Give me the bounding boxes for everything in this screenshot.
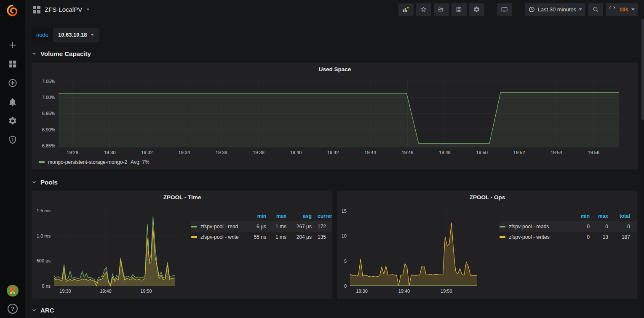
cell-total: 187: [608, 234, 630, 240]
node-variable-dropdown[interactable]: node 10.63.10.18: [32, 28, 99, 42]
legend-row: zfspv-pool - read 6 µs 1 ms 267 µs 172: [191, 221, 332, 232]
svg-text:15: 15: [342, 208, 347, 214]
zpool-time-panel-title[interactable]: ZPOOL - Time: [32, 191, 332, 203]
col-current[interactable]: current: [312, 213, 332, 219]
col-avg[interactable]: avg: [286, 213, 312, 219]
legend-swatch: [39, 161, 45, 163]
svg-text:500 µs: 500 µs: [37, 258, 51, 263]
server-admin-shield-icon[interactable]: [7, 134, 18, 145]
svg-text:19:54: 19:54: [550, 150, 562, 155]
zpool-ops-chart[interactable]: 05101519:3019:4019:50: [337, 203, 483, 297]
section-arc[interactable]: ARC: [32, 304, 641, 316]
cell-max: 1 ms: [266, 234, 286, 240]
top-navbar: ZFS-LocalPV: [25, 0, 644, 19]
sidebar-menu: [7, 40, 18, 145]
user-avatar[interactable]: [7, 285, 19, 297]
time-range-caret-icon: [579, 8, 582, 11]
sidebar: ?: [0, 0, 25, 318]
section-volume-capacity[interactable]: Volume Capacity: [32, 48, 641, 59]
col-max[interactable]: max: [590, 213, 608, 219]
legend-series[interactable]: zfspv-pool - write: [191, 234, 245, 240]
legend-series-label[interactable]: mongo-persistent-storage-mongo-2: [48, 159, 127, 165]
svg-text:7.05%: 7.05%: [42, 79, 55, 84]
explore-compass-icon[interactable]: [7, 77, 18, 88]
cell-avg: 204 µs: [286, 234, 312, 240]
scrollbar-thumb[interactable]: [641, 19, 644, 120]
cell-min: 0: [572, 234, 590, 240]
cell-min: 6 µs: [245, 224, 266, 230]
dashboard-title-button[interactable]: ZFS-LocalPV: [33, 6, 90, 13]
legend-series[interactable]: zfspv-pool - writes: [500, 234, 572, 240]
svg-text:19:44: 19:44: [364, 150, 376, 155]
svg-text:19:48: 19:48: [439, 150, 451, 155]
legend-series-label: zfspv-pool - read: [200, 224, 238, 230]
add-panel-button[interactable]: [398, 3, 414, 16]
zpool-time-chart[interactable]: 0 ns500 µs1.0 ms1.5 ms19:3019:4019:50: [32, 203, 180, 297]
svg-text:6.95%: 6.95%: [42, 111, 55, 116]
time-range-label: Last 30 minutes: [538, 6, 577, 13]
svg-text:19:32: 19:32: [141, 150, 153, 155]
svg-text:19:42: 19:42: [327, 150, 339, 155]
legend-header-row: min max total: [500, 211, 637, 221]
col-min[interactable]: min: [572, 213, 590, 219]
grafana-logo-icon[interactable]: [4, 3, 21, 19]
navbar-actions: Last 30 minutes 10s: [398, 3, 638, 16]
zpool-time-legend: min max avg current zfspv-pool - read: [180, 211, 332, 299]
svg-text:19:50: 19:50: [441, 289, 452, 294]
legend-series[interactable]: zfspv-pool - reads: [500, 224, 572, 230]
zpool-ops-panel: ZPOOL - Ops 05101519:3019:4019:50 min ma…: [337, 190, 638, 299]
used-space-panel-title[interactable]: Used Space: [32, 63, 638, 75]
star-dashboard-button[interactable]: [416, 3, 431, 16]
col-max[interactable]: max: [266, 213, 286, 219]
time-range-picker[interactable]: Last 30 minutes: [525, 3, 586, 16]
configuration-gear-icon[interactable]: [7, 115, 18, 126]
cell-max: 1 ms: [266, 224, 286, 230]
dashboard-content: node 10.63.10.18 Volume Capacity Used Sp…: [25, 19, 644, 318]
legend-swatch: [191, 226, 197, 227]
legend-swatch: [500, 236, 505, 238]
section-pools[interactable]: Pools: [32, 176, 641, 188]
section-title: Volume Capacity: [40, 50, 91, 57]
svg-text:19:38: 19:38: [253, 150, 265, 155]
cycle-view-monitor-button[interactable]: [497, 3, 512, 16]
chevron-down-icon: [32, 51, 37, 56]
section-title: ARC: [40, 307, 54, 314]
node-variable-value[interactable]: 10.63.10.18: [53, 28, 99, 42]
dashboard-settings-button[interactable]: [469, 3, 484, 16]
zoom-out-button[interactable]: [588, 3, 603, 16]
svg-text:19:30: 19:30: [59, 289, 71, 294]
dashboards-icon[interactable]: [7, 59, 18, 69]
svg-text:6.90%: 6.90%: [42, 127, 55, 132]
svg-text:19:50: 19:50: [476, 150, 488, 155]
col-total[interactable]: total: [608, 213, 630, 219]
svg-text:19:30: 19:30: [356, 289, 368, 294]
svg-text:19:28: 19:28: [67, 150, 78, 155]
legend-swatch: [191, 236, 197, 238]
cell-total: 0: [608, 224, 630, 230]
title-caret-icon: [87, 9, 89, 11]
create-plus-icon[interactable]: [7, 40, 18, 51]
node-variable-caret-icon: [91, 34, 94, 36]
refresh-interval-label: 10s: [619, 6, 628, 13]
avatar-sprite: [10, 287, 12, 289]
cell-avg: 267 µs: [286, 224, 312, 230]
legend-series[interactable]: zfspv-pool - read: [191, 224, 245, 230]
legend-series-label: zfspv-pool - write: [200, 234, 239, 240]
svg-text:0 ns: 0 ns: [42, 283, 51, 289]
zpool-ops-legend: min max total zfspv-pool - reads: [483, 211, 637, 299]
help-icon[interactable]: ?: [8, 304, 18, 314]
vertical-scrollbar[interactable]: [641, 19, 644, 318]
save-dashboard-button[interactable]: [452, 3, 467, 16]
legend-series-label: zfspv-pool - reads: [509, 224, 549, 230]
svg-text:1.0 ms: 1.0 ms: [37, 233, 51, 238]
col-min[interactable]: min: [245, 213, 266, 219]
refresh-button[interactable]: 10s: [606, 3, 638, 16]
alerting-bell-icon[interactable]: [7, 96, 18, 107]
zpool-ops-panel-title[interactable]: ZPOOL - Ops: [337, 191, 637, 203]
legend-header-row: min max avg current: [191, 211, 332, 221]
chevron-down-icon: [32, 307, 37, 313]
grafana-app: ? ZFS-LocalPV: [0, 0, 644, 318]
used-space-chart[interactable]: 6.85%6.90%6.95%7.00%7.05%19:2819:3019:32…: [35, 75, 635, 158]
chevron-down-icon: [32, 179, 37, 184]
share-dashboard-button[interactable]: [434, 3, 449, 16]
